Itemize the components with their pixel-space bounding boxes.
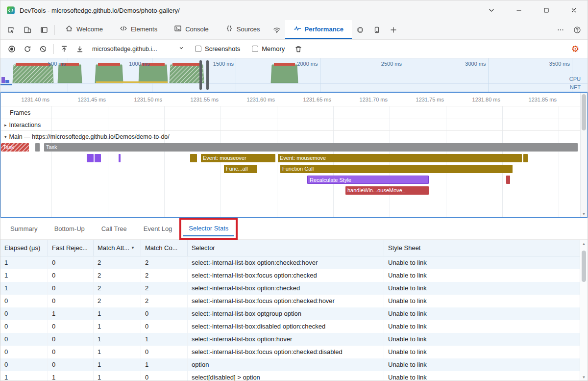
- flame-bar-func-all[interactable]: Func...all: [224, 165, 257, 173]
- minimize-button[interactable]: [505, 0, 533, 20]
- profile-select[interactable]: microsoftedge.github.i...: [88, 45, 189, 53]
- chevron-down-icon[interactable]: [478, 0, 505, 20]
- device-emulation-icon[interactable]: [19, 20, 36, 39]
- bottom-tabs: SummaryBottom-UpCall TreeEvent LogSelect…: [0, 218, 588, 240]
- tab-label: Elements: [131, 25, 157, 33]
- net-lane-label: NET: [570, 84, 581, 90]
- memory-chip-icon[interactable]: [352, 20, 368, 39]
- reload-and-record-button[interactable]: [20, 42, 35, 56]
- trash-icon[interactable]: [291, 42, 306, 56]
- table-row[interactable]: 0011optionUnable to link: [0, 358, 581, 371]
- table-row[interactable]: 0010select:-internal-list-box:disabled o…: [0, 320, 581, 333]
- clear-button[interactable]: [36, 42, 50, 56]
- column-header-selector[interactable]: Selector: [188, 240, 384, 256]
- scrollbar-thumb[interactable]: [582, 251, 586, 282]
- load-profile-icon[interactable]: [57, 42, 72, 56]
- interactions-track[interactable]: ▸ Interactions: [1, 119, 587, 131]
- flame-bar[interactable]: [95, 154, 101, 162]
- table-row[interactable]: 1022select:-internal-list-box option:che…: [0, 256, 581, 269]
- flame-bar-event-mousemove[interactable]: Event: mousemove: [278, 154, 522, 162]
- chevron-down-icon: [178, 45, 185, 53]
- table-cell: option: [188, 358, 384, 371]
- flame-bar-handlewin-ousemove[interactable]: handleWin...ouseMove_: [345, 186, 429, 195]
- table-scrollbar[interactable]: ▲ ▼: [580, 240, 588, 381]
- table-row[interactable]: 0011select:-internal-list-box option:hov…: [0, 333, 581, 346]
- table-cell: 2: [94, 256, 141, 269]
- table-row[interactable]: 0110select:-internal-list-box optgroup o…: [0, 307, 581, 320]
- scroll-down-icon[interactable]: ▼: [580, 375, 588, 380]
- expander-icon[interactable]: ▸: [4, 123, 7, 127]
- table-cell: 1: [48, 371, 94, 381]
- help-icon[interactable]: [569, 20, 586, 39]
- maximize-button[interactable]: [533, 0, 560, 20]
- bottom-tab-event-log[interactable]: Event Log: [138, 221, 178, 236]
- focus-mode-icon[interactable]: [36, 20, 52, 39]
- column-header-style-sheet[interactable]: Style Sheet: [384, 240, 581, 256]
- table-row[interactable]: 1022select:-internal-list-box option:che…: [0, 282, 581, 295]
- main-track-header[interactable]: ▾ Main — https://microsoftedge.github.io…: [1, 131, 587, 143]
- inspect-icon[interactable]: [2, 20, 19, 39]
- flame-bar-recalculate-style[interactable]: Recalculate Style: [307, 176, 429, 184]
- flame-bar[interactable]: [119, 154, 121, 162]
- table-row[interactable]: 1022select:-internal-list-box:focus opti…: [0, 269, 581, 282]
- scrollbar-thumb[interactable]: [582, 94, 586, 130]
- expander-icon[interactable]: ▾: [4, 134, 7, 139]
- flame-bar-function-call[interactable]: Function Call: [280, 165, 513, 173]
- table-cell: 1: [141, 358, 188, 371]
- add-panel-icon[interactable]: [385, 20, 402, 39]
- column-header-match-att[interactable]: Match Att...▼: [94, 240, 141, 256]
- interactions-label: Interactions: [9, 122, 41, 128]
- tab-console[interactable]: Console: [166, 20, 217, 39]
- tab-welcome[interactable]: Welcome: [57, 20, 111, 39]
- tab-elements[interactable]: Elements: [111, 20, 166, 39]
- flame-bar[interactable]: [35, 143, 40, 152]
- table-cell: 0: [141, 320, 188, 333]
- checkbox-icon[interactable]: [252, 46, 258, 52]
- table-cell: 1: [94, 307, 141, 320]
- bottom-tab-call-tree[interactable]: Call Tree: [96, 221, 133, 236]
- curly-braces-icon: [225, 25, 233, 34]
- record-button[interactable]: [4, 42, 19, 56]
- overview-strip[interactable]: CPU NET 500 ms1000 ms1500 ms2000 ms2500 …: [0, 58, 588, 92]
- flame-bar[interactable]: [87, 154, 94, 162]
- column-header-match-co[interactable]: Match Co...: [141, 240, 188, 256]
- tab-sources[interactable]: Sources: [217, 20, 269, 39]
- memory-checkbox[interactable]: Memory: [246, 45, 290, 52]
- flame-bar[interactable]: [506, 176, 510, 184]
- flame-bar-task[interactable]: Task: [44, 143, 578, 152]
- titlebar: DevTools - microsoftedge.github.io/Demos…: [0, 0, 588, 20]
- table-row[interactable]: 0010select:-internal-list-box:focus opti…: [0, 346, 581, 358]
- flame-bar[interactable]: [190, 154, 197, 162]
- bottom-tab-selector-stats[interactable]: Selector Stats: [183, 221, 234, 236]
- screenshots-checkbox[interactable]: Screenshots: [190, 45, 245, 52]
- table-row[interactable]: 0022select:-internal-list-box:focus opti…: [0, 295, 581, 307]
- bottom-tab-bottom-up[interactable]: Bottom-Up: [49, 221, 91, 236]
- tab-performance[interactable]: Performance: [285, 20, 352, 39]
- column-header-fast-rejec[interactable]: Fast Rejec...: [48, 240, 94, 256]
- flame-bar-task[interactable]: Task: [1, 143, 29, 152]
- frames-track[interactable]: Frames: [1, 106, 587, 119]
- scroll-up-icon[interactable]: ▲: [580, 242, 588, 246]
- application-device-icon[interactable]: [368, 20, 385, 39]
- more-options-icon[interactable]: [552, 20, 569, 39]
- network-icon[interactable]: [269, 20, 285, 39]
- overview-time-label: 1500 ms: [195, 61, 234, 67]
- bottom-tab-summary[interactable]: Summary: [4, 221, 44, 236]
- table-cell: select:-internal-list-box:focus option:c…: [188, 269, 384, 282]
- table-cell: 1: [0, 371, 48, 381]
- tab-label: Performance: [305, 25, 343, 33]
- save-profile-icon[interactable]: [73, 42, 87, 56]
- table-cell: 0: [48, 358, 94, 371]
- table-cell: 0: [141, 371, 188, 381]
- table-cell: Unable to link: [384, 346, 581, 358]
- flame-bar[interactable]: [523, 154, 528, 162]
- checkbox-icon[interactable]: [195, 46, 201, 52]
- lane-divider: [0, 83, 588, 84]
- capture-settings-gear-icon[interactable]: ⚙: [567, 45, 584, 53]
- flame-bar-event-mouseover[interactable]: Event: mouseover: [201, 154, 275, 162]
- close-button[interactable]: [560, 0, 588, 20]
- scroll-down-icon[interactable]: ▼: [581, 212, 587, 216]
- timeline-scrollbar[interactable]: ▼: [580, 93, 587, 217]
- column-header-elapsed-s[interactable]: Elapsed (µs): [0, 240, 48, 256]
- table-row[interactable]: 1110select[disabled] > optionUnable to l…: [0, 371, 581, 381]
